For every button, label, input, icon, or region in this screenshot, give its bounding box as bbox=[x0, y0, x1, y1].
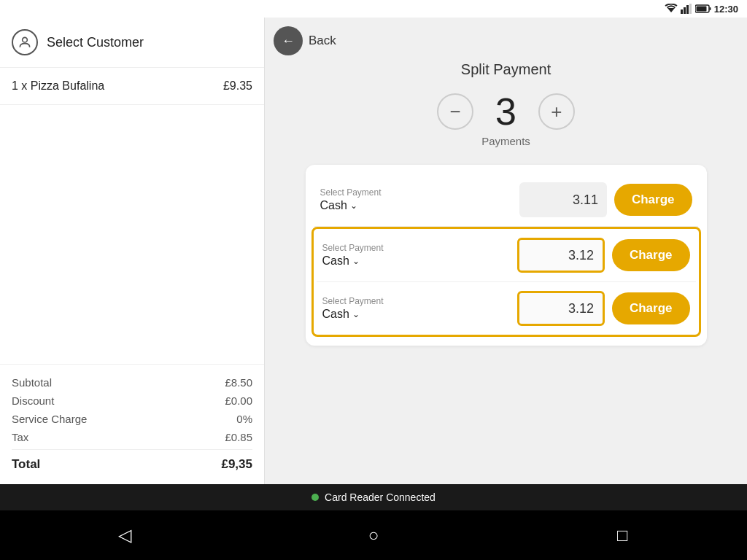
payment-row-2: Select Payment Cash ⌄ 3.12 Charge bbox=[317, 229, 696, 282]
discount-row: Discount £0.00 bbox=[12, 394, 252, 407]
total-value: £9,35 bbox=[221, 457, 252, 472]
order-item-row: 1 x Pizza Bufalina £9.35 bbox=[12, 79, 252, 93]
payment-row-1: Select Payment Cash ⌄ 3.11 Charge bbox=[314, 174, 698, 227]
customer-icon bbox=[12, 29, 38, 55]
split-payment-title: Split Payment bbox=[461, 61, 551, 78]
highlighted-payment-rows: Select Payment Cash ⌄ 3.12 Charge Select… bbox=[311, 227, 701, 337]
payment-method-value-2[interactable]: Cash ⌄ bbox=[322, 254, 510, 268]
chevron-down-icon-3: ⌄ bbox=[352, 309, 360, 319]
counter-display: 3 bbox=[495, 93, 516, 131]
svg-rect-2 bbox=[684, 7, 686, 14]
payment-counter: − 3 + bbox=[437, 93, 575, 131]
select-customer-row[interactable]: Select Customer bbox=[0, 18, 264, 68]
item-name: 1 x Pizza Bufalina bbox=[12, 79, 104, 93]
payment-card: Select Payment Cash ⌄ 3.11 Charge Select… bbox=[306, 165, 707, 346]
svg-rect-6 bbox=[709, 7, 711, 10]
svg-point-8 bbox=[23, 37, 28, 42]
battery-icon bbox=[695, 4, 711, 13]
card-reader-bar: Card Reader Connected bbox=[0, 484, 747, 510]
payment-method-value-1[interactable]: Cash ⌄ bbox=[320, 199, 512, 212]
chevron-down-icon-2: ⌄ bbox=[352, 256, 360, 266]
signal-icon bbox=[681, 4, 692, 14]
discount-value: £0.00 bbox=[225, 394, 252, 407]
svg-rect-3 bbox=[686, 5, 689, 14]
counter-number: 3 bbox=[495, 93, 516, 131]
service-charge-label: Service Charge bbox=[12, 413, 87, 425]
connected-indicator bbox=[311, 494, 319, 501]
status-bar: 12:30 bbox=[0, 0, 747, 18]
payment-method-label-3: Select Payment bbox=[322, 296, 510, 306]
payment-method-3: Select Payment Cash ⌄ bbox=[322, 296, 510, 321]
svg-rect-7 bbox=[696, 7, 706, 12]
subtotal-value: £8.50 bbox=[225, 376, 252, 389]
subtotal-row: Subtotal £8.50 bbox=[12, 376, 252, 389]
discount-label: Discount bbox=[12, 394, 54, 407]
order-items: 1 x Pizza Bufalina £9.35 bbox=[0, 68, 264, 105]
charge-button-2[interactable]: Charge bbox=[612, 239, 690, 271]
nav-back-button[interactable]: ◁ bbox=[103, 521, 147, 550]
svg-rect-4 bbox=[689, 4, 692, 14]
amount-box-3: 3.12 bbox=[517, 291, 605, 326]
charge-button-3[interactable]: Charge bbox=[612, 292, 690, 324]
amount-box-2: 3.12 bbox=[517, 238, 605, 273]
payment-method-value-3[interactable]: Cash ⌄ bbox=[322, 308, 510, 321]
right-panel: ← Back Split Payment − 3 + Payments Sele… bbox=[265, 18, 747, 528]
tax-row: Tax £0.85 bbox=[12, 431, 252, 443]
payment-method-2: Select Payment Cash ⌄ bbox=[322, 243, 510, 268]
back-circle-icon: ← bbox=[274, 26, 303, 55]
payment-method-label-1: Select Payment bbox=[320, 187, 512, 198]
time-label: 12:30 bbox=[714, 4, 738, 15]
payment-method-1: Select Payment Cash ⌄ bbox=[320, 187, 512, 212]
subtotal-label: Subtotal bbox=[12, 376, 52, 389]
nav-home-button[interactable]: ○ bbox=[352, 521, 395, 550]
tax-value: £0.85 bbox=[225, 431, 252, 443]
item-price: £9.35 bbox=[223, 79, 252, 93]
service-charge-value: 0% bbox=[236, 413, 252, 425]
amount-box-1: 3.11 bbox=[519, 182, 607, 217]
payment-row-3: Select Payment Cash ⌄ 3.12 Charge bbox=[317, 282, 696, 335]
person-icon bbox=[18, 35, 32, 50]
charge-button-1[interactable]: Charge bbox=[614, 184, 692, 216]
bottom-nav: ◁ ○ □ bbox=[0, 510, 747, 560]
wifi-icon bbox=[665, 4, 678, 14]
svg-rect-1 bbox=[681, 9, 683, 14]
increment-button[interactable]: + bbox=[538, 93, 575, 130]
back-label: Back bbox=[309, 34, 336, 48]
card-reader-text: Card Reader Connected bbox=[325, 491, 436, 503]
svg-marker-0 bbox=[667, 8, 675, 12]
service-charge-row: Service Charge 0% bbox=[12, 413, 252, 425]
total-row: Total £9,35 bbox=[12, 449, 252, 472]
chevron-down-icon-1: ⌄ bbox=[350, 201, 357, 211]
payments-label: Payments bbox=[481, 135, 530, 147]
left-panel: Select Customer 1 x Pizza Bufalina £9.35… bbox=[0, 18, 265, 528]
nav-recents-button[interactable]: □ bbox=[600, 521, 644, 550]
spacer bbox=[0, 105, 264, 364]
select-customer-text: Select Customer bbox=[47, 35, 144, 50]
payment-method-label-2: Select Payment bbox=[322, 243, 510, 253]
status-icons: 12:30 bbox=[665, 4, 738, 15]
decrement-button[interactable]: − bbox=[437, 93, 473, 130]
tax-label: Tax bbox=[12, 431, 28, 443]
summary-section: Subtotal £8.50 Discount £0.00 Service Ch… bbox=[0, 364, 264, 489]
total-label: Total bbox=[12, 457, 40, 472]
back-button[interactable]: ← Back bbox=[274, 26, 336, 55]
